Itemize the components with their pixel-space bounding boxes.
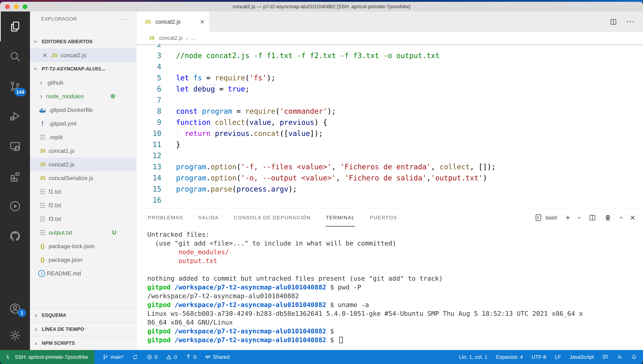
more-actions-icon[interactable]: ···	[119, 16, 127, 22]
kill-terminal-icon[interactable]	[604, 214, 611, 221]
activity-item-search[interactable]	[0, 42, 30, 71]
panel-tab-puertos[interactable]: PUERTOS	[370, 209, 397, 227]
section-l-nea-de-tiempo[interactable]: ›LÍNEA DE TIEMPO	[30, 322, 136, 336]
file-row-package.json[interactable]: {}package.json	[30, 253, 136, 267]
split-terminal-icon[interactable]	[589, 214, 596, 221]
activity-item-run-debug[interactable]	[0, 101, 30, 131]
token: previous	[280, 118, 314, 126]
tab-concat2.js[interactable]: JS concat2.js ×	[137, 12, 209, 32]
file-row-f1.txt[interactable]: f1.txt	[30, 185, 136, 198]
section-open-editors[interactable]: › EDITORES ABIERTOS	[30, 35, 136, 48]
split-editor-icon[interactable]	[610, 18, 617, 26]
activity-item-run[interactable]	[0, 191, 30, 221]
token: concat	[254, 129, 280, 138]
status-warnings[interactable]: 0	[166, 354, 177, 360]
status-forwarded-ports[interactable]: 0	[186, 354, 196, 360]
editor-more-actions-icon[interactable]: ···	[626, 18, 635, 26]
file-row-concat2.js[interactable]: JSconcat2.js	[30, 158, 136, 171]
bell-icon	[631, 354, 637, 360]
line-number: 6	[137, 84, 161, 94]
status-label: Lín. 1, col. 1	[459, 354, 487, 360]
js-file-icon: JS	[38, 148, 47, 154]
terminal-dropdown-icon[interactable]: ›	[576, 216, 583, 219]
activity-item-source-control[interactable]: 144	[0, 71, 30, 101]
terminal-text: gitpod	[147, 336, 171, 344]
code-line-15: 15program.parse(process.argv);	[137, 184, 643, 194]
section-npm-scripts[interactable]: ›NPM SCRIPTS	[30, 336, 136, 350]
status-encoding[interactable]: UTF-8	[532, 354, 546, 360]
status-git-branch[interactable]: main*	[103, 354, 124, 360]
file-row-README.md[interactable]: iREADME.md	[30, 267, 136, 280]
status-live-share[interactable]: Shared	[205, 354, 230, 360]
vscode-window: concat2.js — p7-t2-asyncmap-alu010104088…	[0, 0, 643, 364]
gear-icon	[9, 330, 21, 342]
activity-item-settings[interactable]	[0, 322, 30, 349]
close-editor-icon[interactable]: ×	[43, 51, 50, 59]
panel-tab-salida[interactable]: SALIDA	[198, 209, 219, 227]
file-name: f1.txt	[49, 188, 61, 195]
activity-item-account[interactable]: 1	[0, 295, 30, 322]
activity-item-explorer[interactable]	[0, 12, 30, 42]
terminal-line	[147, 265, 639, 274]
activity-item-github[interactable]	[0, 221, 30, 251]
yml-file-icon: !	[38, 120, 47, 127]
status-accounts-action[interactable]	[617, 354, 622, 360]
status-sync[interactable]	[132, 354, 138, 360]
terminal-text: 86_64 x86_64 GNU/Linux	[147, 319, 233, 326]
breadcrumb[interactable]: JS concat2.js › ...	[137, 32, 643, 44]
terminal-text: nothing added to commit but untracked fi…	[147, 275, 443, 282]
line-number: 3	[137, 50, 161, 61]
panel-tab-problemas[interactable]: PROBLEMAS	[148, 209, 183, 227]
status-errors[interactable]: 0	[147, 354, 158, 360]
terminal-text	[171, 284, 175, 291]
remote-indicator[interactable]: SSH: apricot-primate-7pssv84w	[0, 350, 94, 364]
code-line-3: 3//node concat2.js -f f1.txt -f f2.txt -…	[137, 50, 643, 61]
file-row-.github[interactable]: ›.github	[30, 76, 136, 90]
token: ,	[332, 163, 340, 171]
breadcrumb-more[interactable]: ...	[191, 35, 195, 41]
file-row-output.txt[interactable]: output.txtU	[30, 226, 136, 240]
editor-group: JS concat2.js × ··· JS concat2.js › ... …	[137, 12, 643, 350]
status-left-items: main*000Shared	[94, 350, 230, 364]
token: return	[185, 129, 211, 138]
file-row-.gitpod.Dockerfile[interactable]: .gitpod.Dockerfile	[30, 103, 136, 117]
breadcrumb-file[interactable]: concat2.js	[159, 35, 183, 41]
line-content: let fs = require('fs');	[161, 72, 275, 84]
chevron-right-icon: ›	[38, 79, 44, 86]
status-indentation[interactable]: Espacios: 4	[496, 354, 523, 360]
close-tab-icon[interactable]: ×	[200, 18, 204, 26]
activity-item-remote-explorer[interactable]	[0, 131, 30, 161]
status-language-mode[interactable]: JavaScript	[570, 354, 594, 360]
file-row-node_modules[interactable]: ›node_modules	[30, 90, 136, 103]
file-row-.replit[interactable]: .replit	[30, 130, 136, 144]
file-row-f2.txt[interactable]: f2.txt	[30, 198, 136, 212]
shell-selector[interactable]: bash	[534, 214, 557, 222]
section-esquema[interactable]: ›ESQUEMA	[30, 308, 136, 322]
file-row-f3.txt[interactable]: f3.txt	[30, 212, 136, 226]
remote-explorer-icon	[9, 140, 21, 152]
panel-tab-terminal[interactable]: TERMINAL	[326, 209, 355, 227]
file-row-.gitpod.yml[interactable]: !.gitpod.yml	[30, 117, 136, 130]
terminal-output[interactable]: Untracked files: (use "git add <file>...…	[147, 230, 639, 349]
status-eol[interactable]: LF	[555, 354, 561, 360]
token	[211, 118, 215, 126]
open-editor-concat2.js[interactable]: × JS concat2.js	[30, 48, 136, 62]
terminal-text: output.txt	[147, 257, 217, 264]
status-notifications[interactable]	[631, 354, 637, 360]
file-row-concat1.js[interactable]: JSconcat1.js	[30, 144, 136, 158]
status-cursor-position[interactable]: Lín. 1, col. 1	[459, 354, 487, 360]
line-content	[161, 194, 176, 206]
activity-item-extensions[interactable]	[0, 161, 30, 191]
status-feedback[interactable]	[602, 354, 608, 360]
panel-tab-consola-de-depuraci-n[interactable]: CONSOLA DE DEPURACIÓN	[234, 209, 311, 227]
token	[189, 85, 193, 93]
maximize-panel-icon[interactable]: ›	[617, 216, 624, 219]
token	[189, 74, 193, 82]
file-row-concatSerialize.js[interactable]: JSconcatSerialize.js	[30, 171, 136, 185]
close-panel-icon[interactable]: ×	[630, 214, 635, 222]
section-project-root[interactable]: › P7-T2-ASYNCMAP-ALU01...	[30, 62, 136, 76]
code-editor[interactable]: 23//node concat2.js -f f1.txt -f f2.txt …	[137, 44, 643, 208]
terminal-line: Linux ws-568cb003-a730-4249-b283-db58e13…	[147, 309, 639, 318]
file-row-package-lock.json[interactable]: {}package-lock.json	[30, 240, 136, 253]
new-terminal-button[interactable]: +	[565, 214, 570, 222]
